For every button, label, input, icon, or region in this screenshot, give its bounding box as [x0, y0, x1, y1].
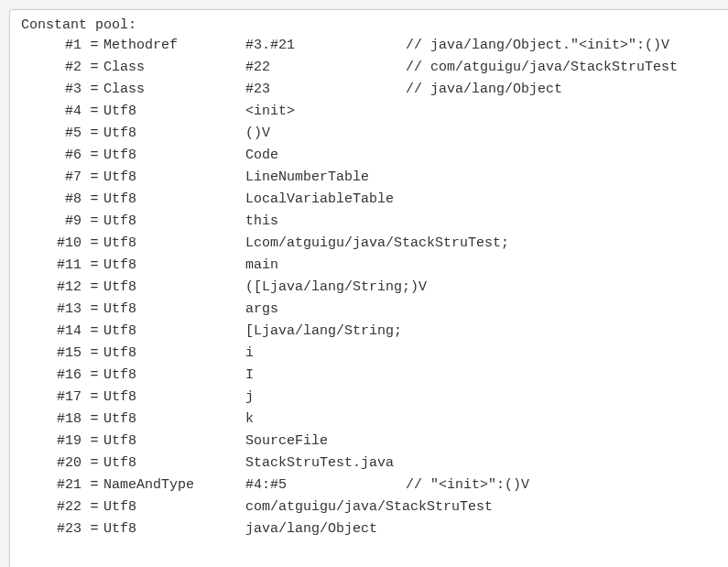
- entry-index: #19: [21, 431, 85, 453]
- entry-value: i: [245, 343, 406, 365]
- entry-index: #16: [21, 365, 85, 387]
- entry-comment: [406, 453, 725, 474]
- entry-index: #9: [21, 211, 85, 233]
- equals-sign: =: [85, 123, 103, 145]
- entry-value: #3.#21: [245, 35, 406, 57]
- equals-sign: =: [85, 145, 103, 167]
- entry-value: <init>: [245, 101, 406, 123]
- entry-index: #12: [21, 277, 85, 299]
- constant-pool-entry: #2=Class#22// com/atguigu/java/StackStru…: [10, 57, 728, 79]
- entry-index: #22: [21, 496, 85, 518]
- entry-comment: [406, 365, 725, 387]
- entry-type: Utf8: [103, 496, 245, 518]
- entry-type: Class: [103, 79, 245, 101]
- entry-index: #3: [21, 79, 85, 101]
- entry-comment: [406, 387, 725, 409]
- entry-value: #4:#5: [245, 474, 406, 496]
- entry-type: Utf8: [103, 518, 245, 540]
- constant-pool-entry: #15=Utf8i: [10, 343, 728, 365]
- entry-value: ()V: [245, 123, 406, 145]
- entry-type: Utf8: [103, 409, 245, 431]
- entry-comment: [406, 496, 725, 518]
- entry-value: ([Ljava/lang/String;)V: [245, 277, 406, 299]
- entry-comment: [406, 518, 725, 540]
- entry-value: java/lang/Object: [245, 518, 406, 540]
- constant-pool-entry: #23=Utf8java/lang/Object: [10, 518, 728, 540]
- entry-index: #4: [21, 101, 85, 123]
- constant-pool-entry: #6=Utf8Code: [10, 145, 728, 167]
- entry-type: NameAndType: [103, 474, 245, 496]
- entry-comment: // java/lang/Object."<init>":()V: [406, 35, 725, 57]
- entry-type: Utf8: [103, 189, 245, 211]
- equals-sign: =: [85, 277, 103, 299]
- entry-value: [Ljava/lang/String;: [245, 321, 406, 343]
- constant-pool-entry: #14=Utf8[Ljava/lang/String;: [10, 321, 728, 343]
- entry-type: Utf8: [103, 255, 245, 277]
- entry-type: Utf8: [103, 145, 245, 167]
- entry-value: this: [245, 211, 406, 233]
- entry-comment: // java/lang/Object: [406, 79, 725, 101]
- equals-sign: =: [85, 299, 103, 321]
- entry-comment: [406, 255, 725, 277]
- entry-index: #11: [21, 255, 85, 277]
- entry-index: #20: [21, 453, 85, 474]
- entry-index: #8: [21, 189, 85, 211]
- equals-sign: =: [85, 189, 103, 211]
- equals-sign: =: [85, 496, 103, 518]
- entry-comment: [406, 189, 725, 211]
- entry-comment: [406, 299, 725, 321]
- entry-comment: [406, 431, 725, 453]
- entry-type: Utf8: [103, 431, 245, 453]
- entry-type: Utf8: [103, 211, 245, 233]
- equals-sign: =: [85, 79, 103, 101]
- equals-sign: =: [85, 453, 103, 474]
- entry-value: j: [245, 387, 406, 409]
- entry-comment: [406, 277, 725, 299]
- constant-pool-entry: #10=Utf8Lcom/atguigu/java/StackStruTest;: [10, 233, 728, 255]
- constant-pool-entry: #9=Utf8this: [10, 211, 728, 233]
- entry-index: #15: [21, 343, 85, 365]
- entry-value: k: [245, 409, 406, 431]
- constant-pool-entry: #11=Utf8main: [10, 255, 728, 277]
- entry-type: Utf8: [103, 123, 245, 145]
- entry-type: Utf8: [103, 277, 245, 299]
- equals-sign: =: [85, 518, 103, 540]
- entry-type: Utf8: [103, 343, 245, 365]
- equals-sign: =: [85, 211, 103, 233]
- entry-value: #22: [245, 57, 406, 79]
- equals-sign: =: [85, 255, 103, 277]
- constant-pool-entry: #4=Utf8<init>: [10, 101, 728, 123]
- entry-value: Code: [245, 145, 406, 167]
- entry-value: args: [245, 299, 406, 321]
- entry-index: #14: [21, 321, 85, 343]
- constant-pool-entry: #22=Utf8com/atguigu/java/StackStruTest: [10, 496, 728, 518]
- constant-pool-entry: #13=Utf8args: [10, 299, 728, 321]
- constant-pool-entry: #5=Utf8()V: [10, 123, 728, 145]
- entry-value: StackStruTest.java: [245, 453, 406, 474]
- entry-comment: [406, 123, 725, 145]
- entry-value: LineNumberTable: [245, 167, 406, 189]
- constant-pool-entry: #18=Utf8k: [10, 409, 728, 431]
- entry-index: #18: [21, 409, 85, 431]
- entry-type: Utf8: [103, 299, 245, 321]
- equals-sign: =: [85, 343, 103, 365]
- entry-type: Utf8: [103, 101, 245, 123]
- entry-index: #1: [21, 35, 85, 57]
- equals-sign: =: [85, 35, 103, 57]
- equals-sign: =: [85, 387, 103, 409]
- constant-pool-entry: #17=Utf8j: [10, 387, 728, 409]
- constant-pool-entry: #12=Utf8([Ljava/lang/String;)V: [10, 277, 728, 299]
- entry-comment: [406, 321, 725, 343]
- entry-comment: // "<init>":()V: [406, 474, 725, 496]
- entry-value: main: [245, 255, 406, 277]
- equals-sign: =: [85, 321, 103, 343]
- section-header: Constant pool:: [10, 17, 728, 35]
- entry-type: Methodref: [103, 35, 245, 57]
- entry-index: #17: [21, 387, 85, 409]
- entry-index: #13: [21, 299, 85, 321]
- equals-sign: =: [85, 474, 103, 496]
- entries-list: #1=Methodref#3.#21// java/lang/Object."<…: [10, 35, 728, 540]
- equals-sign: =: [85, 167, 103, 189]
- entry-comment: // com/atguigu/java/StackStruTest: [406, 57, 725, 79]
- constant-pool-entry: #16=Utf8I: [10, 365, 728, 387]
